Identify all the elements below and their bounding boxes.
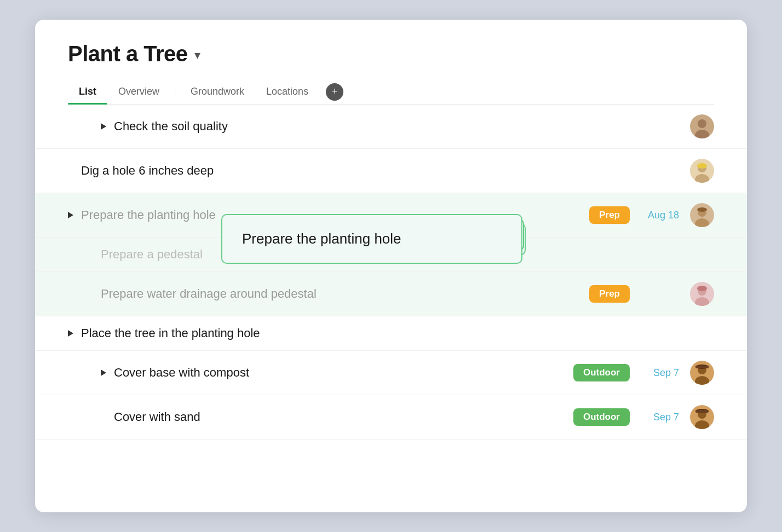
add-tab-button[interactable]: + (326, 83, 343, 101)
avatar (690, 203, 714, 227)
tab-locations[interactable]: Locations (255, 79, 319, 104)
collapse-icon[interactable] (68, 212, 73, 218)
item-label: Cover base with compost (114, 366, 573, 380)
collapse-icon[interactable] (101, 369, 106, 376)
list-item: Check the soil quality (35, 105, 747, 149)
item-date: Aug 18 (641, 210, 679, 221)
item-label: Prepare water drainage around pedestal (101, 287, 589, 301)
svg-point-6 (697, 163, 707, 169)
list-item-cover-compost: Cover base with compost Outdoor Sep 7 (35, 351, 747, 395)
tab-bar: List Overview Groundwork Locations + (68, 79, 714, 105)
svg-point-1 (698, 119, 706, 128)
svg-point-14 (697, 286, 707, 291)
page-title: Plant a Tree (68, 42, 188, 66)
list-item-place-tree: Place the tree in the planting hole (35, 316, 747, 351)
list-item: Dig a hole 6 inches deep (35, 149, 747, 193)
item-label: Dig a hole 6 inches deep (68, 164, 690, 178)
avatar (690, 405, 714, 429)
item-label: Cover with sand (101, 410, 573, 424)
collapse-icon[interactable] (101, 123, 106, 130)
badge-prep: Prep (589, 206, 630, 224)
list-item-cover-sand: Cover with sand Outdoor Sep 7 (35, 395, 747, 440)
chevron-down-icon[interactable]: ▾ (194, 48, 200, 62)
badge-outdoor: Outdoor (573, 408, 630, 426)
tab-groundwork[interactable]: Groundwork (180, 79, 255, 104)
header: Plant a Tree ▾ List Overview Groundwork … (35, 20, 747, 105)
badge-prep: Prep (589, 285, 630, 303)
tooltip-card-front: Prepare the planting hole (221, 214, 522, 264)
tab-list[interactable]: List (68, 79, 107, 104)
tooltip-popup: Prepare the planting hole (221, 214, 528, 280)
title-row: Plant a Tree ▾ (68, 42, 714, 66)
avatar (690, 114, 714, 138)
avatar (690, 282, 714, 306)
item-date: Sep 7 (641, 367, 679, 379)
avatar (690, 159, 714, 183)
collapse-icon[interactable] (68, 330, 73, 337)
item-label: Place the tree in the planting hole (81, 326, 714, 340)
main-card: Plant a Tree ▾ List Overview Groundwork … (35, 20, 747, 512)
tab-overview[interactable]: Overview (107, 79, 170, 104)
svg-rect-19 (695, 366, 709, 368)
svg-point-10 (697, 207, 707, 212)
tab-divider (175, 85, 175, 99)
tooltip-stack: Prepare the planting hole (221, 214, 528, 280)
badge-outdoor: Outdoor (573, 364, 630, 381)
list-content: Check the soil quality Dig a hole 6 inch… (35, 105, 747, 450)
tooltip-text: Prepare the planting hole (242, 230, 401, 247)
item-label: Check the soil quality (114, 119, 690, 134)
item-date: Sep 7 (641, 412, 679, 423)
svg-rect-24 (695, 410, 709, 413)
avatar (690, 361, 714, 385)
